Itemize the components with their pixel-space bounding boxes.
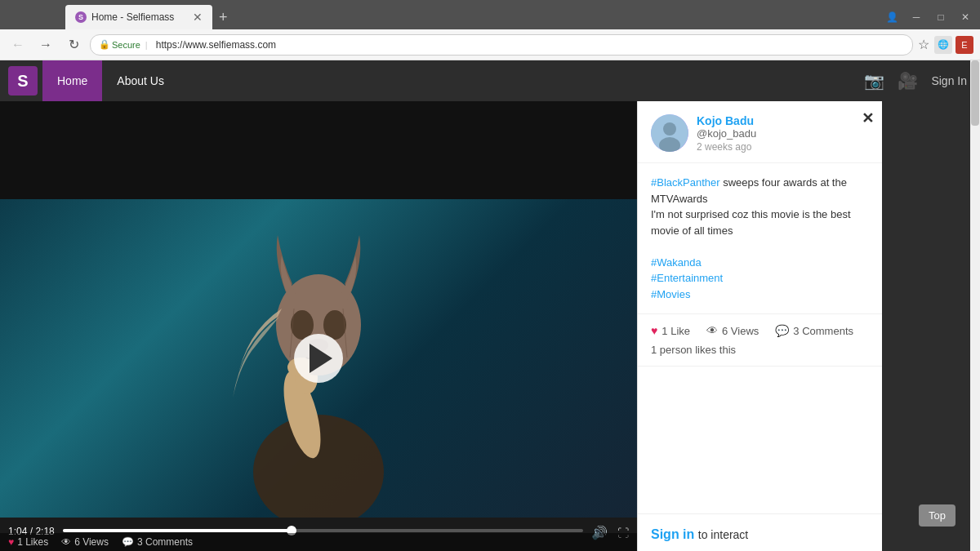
browser-chrome: S Home - Selfiemass ✕ + 👤 ─ □ ✕ ← → ↻ 🔒 … <box>0 0 980 60</box>
user-info-section: Kojo Badu @kojo_badu 2 weeks ago <box>638 101 882 163</box>
refresh-button[interactable]: ↻ <box>62 33 85 56</box>
bottom-likes: ♥ 1 Likes <box>8 536 48 548</box>
new-tab-button[interactable]: + <box>212 9 234 26</box>
wakanda-hashtag[interactable]: #Wakanda <box>651 256 702 269</box>
likes-stat[interactable]: ♥ 1 Like <box>651 324 690 337</box>
url-text: https://www.selfiemass.com <box>156 39 276 51</box>
tab-close-button[interactable]: ✕ <box>193 11 203 24</box>
site-navbar: S Home About Us 📷 🎥 Sign In <box>0 60 980 101</box>
lock-icon: 🔒 <box>99 39 110 50</box>
post-content-section: #BlackPanther sweeps four awards at the … <box>638 163 882 314</box>
views-count: 6 Views <box>722 325 759 337</box>
eye-icon-small: 👁 <box>61 536 71 548</box>
site-logo[interactable]: S <box>8 66 38 96</box>
forward-button[interactable]: → <box>34 33 57 56</box>
maximize-button[interactable]: □ <box>929 6 952 29</box>
extension-icon-1[interactable]: 🌐 <box>934 36 952 54</box>
camera-icon[interactable]: 📷 <box>864 71 884 91</box>
top-button[interactable]: Top <box>919 504 956 527</box>
url-bar[interactable]: 🔒 Secure | https://www.selfiemass.com <box>90 34 913 56</box>
user-avatar[interactable] <box>651 114 688 152</box>
avatar-image <box>651 114 688 152</box>
tab-favicon: S <box>75 11 87 23</box>
back-button[interactable]: ← <box>7 33 29 56</box>
video-icon[interactable]: 🎥 <box>898 71 918 91</box>
bookmark-icon[interactable]: ☆ <box>918 37 929 52</box>
person-likes-text: 1 person likes this <box>651 344 869 356</box>
heart-icon-small: ♥ <box>8 536 14 548</box>
user-details: Kojo Badu @kojo_badu 2 weeks ago <box>697 114 869 153</box>
account-icon[interactable]: 👤 <box>880 6 903 29</box>
stats-row: ♥ 1 Like 👁 6 Views 💬 3 Comments <box>651 324 869 337</box>
post-text: #BlackPanther sweeps four awards at the … <box>651 175 869 302</box>
nav-home[interactable]: Home <box>42 60 102 101</box>
close-card-button[interactable]: ✕ <box>862 109 874 127</box>
post-body-text: I'm not surprised coz this movie is the … <box>651 208 851 237</box>
play-icon <box>310 344 332 373</box>
progress-fill <box>63 529 292 532</box>
blackpanther-hashtag[interactable]: #BlackPanther <box>651 176 720 189</box>
svg-point-14 <box>663 122 676 136</box>
tab-bar: S Home - Selfiemass ✕ + 👤 ─ □ ✕ <box>0 0 980 29</box>
bottom-views: 👁 6 Views <box>61 536 109 548</box>
comments-count: 3 Comments <box>793 325 853 337</box>
signin-button[interactable]: Sign In <box>931 74 967 87</box>
navbar-right: 📷 🎥 Sign In <box>864 71 980 91</box>
views-stat[interactable]: 👁 6 Views <box>706 324 759 337</box>
comments-stat[interactable]: 💬 3 Comments <box>775 324 853 337</box>
bottom-comments: 💬 3 Comments <box>122 536 193 548</box>
user-name[interactable]: Kojo Badu <box>697 114 869 127</box>
browser-tab[interactable]: S Home - Selfiemass ✕ <box>65 5 212 29</box>
video-player: 1:04 / 2:18 🔊 ⛶ ♥ 1 <box>0 101 637 551</box>
interact-label: to interact <box>698 528 748 541</box>
scrollbar[interactable] <box>970 60 980 551</box>
website: S Home About Us 📷 🎥 Sign In <box>0 60 980 551</box>
video-bottom-stats: ♥ 1 Likes 👁 6 Views 💬 3 Comments <box>0 533 637 551</box>
eye-icon: 👁 <box>706 324 718 337</box>
likes-count: 1 Like <box>662 325 690 337</box>
address-bar: ← → ↻ 🔒 Secure | https://www.selfiemass.… <box>0 29 980 60</box>
video-frame[interactable] <box>0 199 637 518</box>
window-controls: 👤 ─ □ ✕ <box>880 6 980 29</box>
extension-icon-2[interactable]: E <box>956 36 973 54</box>
post-time: 2 weeks ago <box>697 141 869 153</box>
minimize-button[interactable]: ─ <box>905 6 928 29</box>
secure-badge: 🔒 Secure | <box>99 39 151 50</box>
spacer <box>638 367 882 513</box>
movies-hashtag[interactable]: #Movies <box>651 288 690 300</box>
comment-icon: 💬 <box>775 324 789 337</box>
heart-icon: ♥ <box>651 324 657 337</box>
entertainment-hashtag[interactable]: #Entertainment <box>651 272 723 284</box>
progress-bar[interactable] <box>63 529 583 532</box>
extension-icons: 🌐 E <box>934 36 973 54</box>
main-content: 1:04 / 2:18 🔊 ⛶ ♥ 1 <box>0 101 980 551</box>
close-window-button[interactable]: ✕ <box>954 6 977 29</box>
play-button[interactable] <box>294 334 343 383</box>
signin-area: Sign in to interact <box>638 513 882 551</box>
scrollbar-thumb[interactable] <box>971 60 979 126</box>
user-handle: @kojo_badu <box>697 127 869 140</box>
tab-title: Home - Selfiemass <box>91 11 174 23</box>
video-top-area <box>0 101 637 199</box>
nav-about[interactable]: About Us <box>102 60 179 101</box>
post-stats-section: ♥ 1 Like 👁 6 Views 💬 3 Comments 1 person… <box>638 314 882 367</box>
comment-icon-small: 💬 <box>122 536 134 548</box>
signin-link[interactable]: Sign in <box>651 527 694 541</box>
post-card: ✕ Kojo Badu @kojo_badu 2 weeks ago <box>637 101 882 551</box>
